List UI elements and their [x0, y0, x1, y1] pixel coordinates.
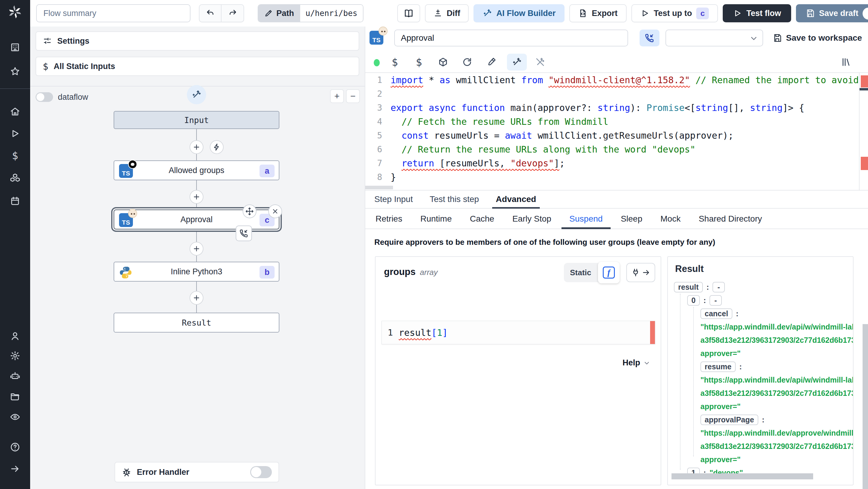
add-trigger-button[interactable]	[210, 140, 224, 154]
function-mode-button[interactable]: f	[598, 262, 620, 283]
runs-icon[interactable]	[10, 128, 20, 139]
package-tool-icon[interactable]	[437, 56, 449, 68]
save-draft-button[interactable]: Save draft	[796, 4, 868, 22]
code-line[interactable]: 5 const resumeUrls = await wmillClient.g…	[365, 128, 868, 142]
plus-icon	[192, 294, 201, 302]
static-function-toggle[interactable]: Static f	[564, 263, 620, 282]
test-up-to-button[interactable]: Test up to c	[631, 4, 718, 22]
flow-node-input[interactable]: Input	[114, 111, 279, 129]
variables-icon[interactable]: $	[10, 150, 20, 160]
flow-summary-input[interactable]	[36, 4, 190, 22]
library-tool-icon[interactable]	[840, 56, 852, 68]
schedules-icon[interactable]	[10, 196, 20, 206]
subtab-shared-directory[interactable]: Shared Directory	[698, 209, 763, 228]
suspend-approval-indicator-icon[interactable]	[236, 225, 252, 241]
zoom-in-button[interactable]: +	[330, 89, 344, 103]
favorites-star-icon[interactable]	[10, 66, 20, 77]
test-flow-button[interactable]: Test flow	[723, 4, 791, 22]
result-horizontal-scrollbar[interactable]	[672, 473, 813, 479]
ai-assistant-tool-icon[interactable]	[507, 54, 527, 70]
flow-node-result[interactable]: Result	[114, 313, 279, 333]
code-line[interactable]: 1import * as wmillClient from "windmill-…	[365, 73, 868, 87]
account-icon[interactable]	[10, 331, 20, 341]
script-version-select[interactable]	[665, 30, 763, 47]
minimap-slider[interactable]	[860, 88, 868, 90]
settings-card[interactable]: Settings	[36, 31, 359, 51]
code-line[interactable]: 4 // Fetch the resume URLs from Windmill	[365, 115, 868, 128]
allowed-groups-step-id-badge: a	[259, 164, 275, 177]
save-to-workspace-button[interactable]: Save to workspace	[773, 30, 862, 47]
add-step-button[interactable]	[190, 242, 204, 256]
undo-button[interactable]	[199, 4, 221, 22]
diff-button[interactable]: Diff	[425, 4, 469, 22]
json-key: resume	[701, 362, 736, 372]
variables-tool-icon[interactable]: $	[389, 56, 401, 68]
dataflow-label: dataflow	[58, 93, 88, 102]
subtab-suspend[interactable]: Suspend	[568, 209, 604, 228]
step-name-input[interactable]	[394, 30, 628, 47]
connect-input-button[interactable]	[626, 263, 655, 282]
zoom-out-button[interactable]: −	[346, 89, 360, 103]
code-line[interactable]: 7 return [resumeUrls, "devops"];	[365, 156, 868, 170]
help-icon[interactable]	[10, 442, 20, 452]
format-brush-tool-icon[interactable]	[485, 56, 497, 68]
help-dropdown[interactable]: Help	[622, 358, 650, 367]
add-step-button[interactable]	[190, 140, 204, 154]
collapse-button[interactable]: -	[712, 282, 724, 293]
code-horizontal-scrollbar[interactable]	[365, 186, 393, 189]
json-value-line: a3f58d13e212/3963172903/2c77d162d6b17395…	[701, 389, 854, 398]
flow-node-inline-python[interactable]: Inline Python3 b	[114, 262, 279, 282]
subtab-early-stop[interactable]: Early Stop	[511, 209, 553, 228]
path-chip[interactable]: Path u/henri/bes	[258, 4, 364, 22]
code-line[interactable]: 8}	[365, 170, 868, 184]
tab-test-this-step[interactable]: Test this step	[430, 190, 479, 208]
code-editor[interactable]: 1import * as wmillClient from "windmill-…	[365, 73, 868, 190]
folders-icon[interactable]	[10, 391, 20, 402]
error-handler-card[interactable]: Error Handler	[115, 462, 279, 482]
docs-button[interactable]	[397, 4, 420, 22]
collapse-button[interactable]: -	[710, 295, 721, 306]
workspace-icon[interactable]	[10, 42, 20, 53]
reload-tool-icon[interactable]	[461, 56, 473, 68]
move-node-button[interactable]	[243, 205, 256, 218]
ai-graph-wand-button[interactable]	[187, 85, 206, 104]
subtab-retries[interactable]: Retries	[374, 209, 404, 228]
code-line[interactable]: 6 // Return the resume URLs along with t…	[365, 142, 868, 156]
groups-expression-input[interactable]: 1 result[1]	[381, 321, 655, 344]
tab-step-input[interactable]: Step Input	[374, 190, 413, 208]
suspend-phone-button[interactable]	[640, 30, 659, 47]
tab-advanced[interactable]: Advanced	[496, 190, 536, 208]
subtab-mock[interactable]: Mock	[659, 209, 682, 228]
add-step-button[interactable]	[190, 190, 204, 204]
export-button[interactable]: Export	[569, 4, 627, 22]
resources-icon[interactable]	[10, 173, 20, 183]
static-inputs-tool-icon[interactable]: $	[413, 56, 425, 68]
python-node-label: Inline Python3	[114, 267, 279, 276]
subtab-sleep[interactable]: Sleep	[620, 209, 644, 228]
delete-node-button[interactable]	[268, 205, 282, 218]
window-vertical-scrollbar[interactable]	[863, 324, 868, 489]
dataflow-toggle[interactable]	[36, 92, 53, 102]
error-handler-toggle[interactable]	[250, 466, 272, 478]
settings-gear-icon[interactable]	[10, 350, 20, 361]
all-static-inputs-card[interactable]: $ All Static Inputs	[36, 57, 359, 76]
windmill-logo-icon[interactable]	[7, 4, 24, 21]
subtab-cache[interactable]: Cache	[469, 209, 495, 228]
result-tree-row: approver="	[701, 453, 850, 466]
ai-flow-builder-button[interactable]: AI Flow Builder	[473, 4, 565, 22]
code-line[interactable]: 3export async function main(approver?: s…	[365, 101, 868, 115]
redo-button[interactable]	[221, 4, 244, 22]
subtab-runtime[interactable]: Runtime	[419, 209, 453, 228]
ai-off-tool-icon[interactable]	[534, 56, 546, 68]
expand-sidebar-icon[interactable]	[10, 464, 20, 474]
expr-line-number: 1	[382, 328, 399, 338]
code-line[interactable]: 2	[365, 87, 868, 101]
result-tree-row: a3f58d13e212/3963172903/2c77d162d6b17395…	[701, 333, 850, 347]
move-icon	[245, 207, 254, 216]
app-sidebar: $	[0, 0, 30, 489]
audit-eye-icon[interactable]	[10, 412, 20, 422]
flow-node-allowed-groups[interactable]: TS Allowed groups a	[114, 160, 279, 180]
add-step-button[interactable]	[190, 291, 204, 305]
workers-icon[interactable]	[10, 371, 20, 381]
home-icon[interactable]	[10, 106, 20, 117]
